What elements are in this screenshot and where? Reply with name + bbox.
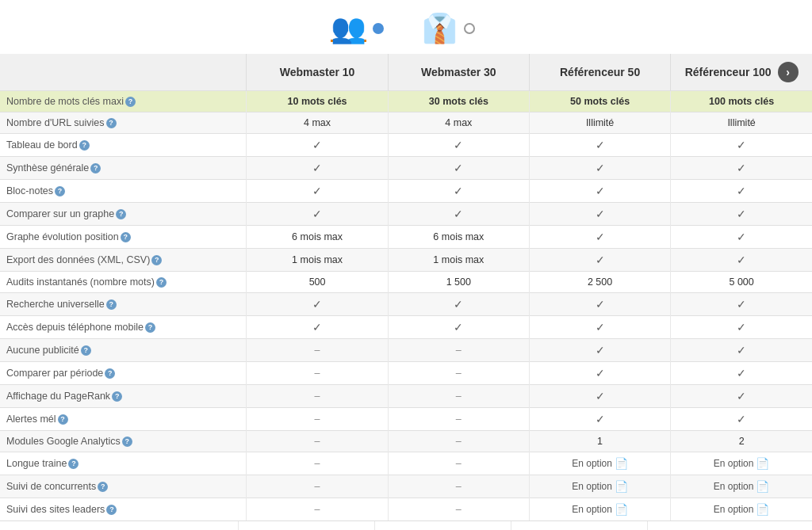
info-icon-0[interactable]: ? [125, 97, 136, 107]
particulier-option[interactable]: 👥 [331, 14, 390, 43]
check-icon: ✓ [312, 208, 322, 220]
row-label-2: Tableau de bord? [0, 134, 247, 157]
row-label-5: Comparer sur un graphe? [0, 203, 247, 226]
check-icon: ✓ [596, 413, 605, 425]
check-icon: ✓ [596, 139, 605, 151]
info-icon-12[interactable]: ? [105, 368, 115, 379]
cell-13-0: – [247, 385, 388, 408]
check-icon: ✓ [737, 298, 746, 311]
cell-1-0: 4 max [247, 112, 388, 134]
cell-18-0: – [247, 498, 388, 521]
info-icon-7[interactable]: ? [151, 255, 162, 265]
dash-icon: – [456, 458, 462, 469]
cell-6-1: 6 mois max [388, 226, 529, 249]
next-button[interactable]: › [778, 62, 799, 82]
check-icon: ✓ [596, 185, 605, 197]
info-icon-16[interactable]: ? [68, 459, 79, 469]
cell-10-1: ✓ [388, 316, 529, 339]
check-icon: ✓ [454, 139, 463, 151]
check-icon: ✓ [737, 321, 746, 334]
cell-4-3: ✓ [671, 180, 812, 203]
cell-11-2: ✓ [529, 339, 670, 362]
cell-5-2: ✓ [529, 203, 670, 226]
info-icon-14[interactable]: ? [58, 414, 68, 425]
col-header-plan-3: Référenceur 50 [529, 54, 670, 91]
row-label-12: Comparer par période? [0, 362, 247, 385]
cell-11-0: – [247, 339, 388, 362]
footer-label: Choisissez la durée de votre souscriptio… [0, 521, 238, 530]
dash-icon: – [315, 414, 320, 425]
dash-icon: – [456, 345, 462, 356]
check-icon: ✓ [737, 139, 746, 151]
col-header-plan-4: Référenceur 100 › [671, 54, 812, 91]
cell-9-0: ✓ [247, 293, 388, 316]
footer-plan-1: 39,99€ht soit 3,3€/mois soit 47,99 € TTC… [374, 521, 511, 530]
col-header-plan-2: Webmaster 30 [388, 54, 529, 91]
check-icon: ✓ [737, 208, 746, 220]
document-icon: 📄 [756, 457, 769, 470]
cell-4-0: ✓ [247, 180, 388, 203]
dash-icon: – [315, 368, 320, 379]
comparison-table: Webmaster 10 Webmaster 30 Référenceur 50… [0, 54, 812, 520]
info-icon-4[interactable]: ? [55, 186, 65, 196]
check-icon: ✓ [454, 208, 463, 220]
check-icon: ✓ [596, 298, 605, 311]
info-icon-13[interactable]: ? [112, 391, 122, 402]
check-icon: ✓ [737, 185, 746, 197]
info-icon-15[interactable]: ? [122, 437, 132, 447]
cell-7-2: ✓ [529, 249, 670, 272]
dash-icon: – [315, 391, 320, 402]
cell-16-0: – [247, 452, 388, 475]
document-icon: 📄 [756, 503, 769, 516]
professionnel-option[interactable]: 👔 [422, 14, 481, 43]
info-icon-5[interactable]: ? [116, 209, 126, 219]
cell-0-3: 100 mots clés [671, 91, 812, 112]
check-icon: ✓ [737, 231, 746, 243]
info-icon-17[interactable]: ? [98, 482, 108, 492]
cell-12-2: ✓ [529, 362, 670, 385]
document-icon: 📄 [615, 457, 628, 470]
cell-3-2: ✓ [529, 157, 670, 180]
info-icon-1[interactable]: ? [106, 118, 117, 128]
check-icon: ✓ [312, 321, 322, 334]
cell-17-3: En option 📄 [671, 475, 812, 498]
cell-12-1: – [388, 362, 529, 385]
info-icon-2[interactable]: ? [79, 140, 90, 151]
cell-16-3: En option 📄 [671, 452, 812, 475]
check-icon: ✓ [312, 139, 322, 151]
cell-2-1: ✓ [388, 134, 529, 157]
particulier-avatar: 👥 [331, 14, 366, 43]
row-label-1: Nombre d'URL suivies? [0, 112, 247, 134]
info-icon-18[interactable]: ? [106, 505, 117, 515]
dash-icon: – [456, 504, 462, 515]
dash-icon: – [456, 391, 462, 402]
check-icon: ✓ [737, 344, 746, 357]
footer-section: Choisissez la durée de votre souscriptio… [0, 520, 812, 530]
cell-15-2: 1 [529, 431, 670, 452]
check-icon: ✓ [596, 390, 605, 402]
en-option-badge: En option 📄 [714, 503, 770, 516]
info-icon-9[interactable]: ? [106, 299, 117, 310]
info-icon-3[interactable]: ? [90, 163, 101, 173]
dash-icon: – [456, 368, 462, 379]
particulier-radio[interactable] [373, 23, 384, 34]
row-label-11: Aucune publicité? [0, 339, 247, 362]
cell-17-0: – [247, 475, 388, 498]
info-icon-6[interactable]: ? [121, 232, 131, 242]
cell-1-1: 4 max [388, 112, 529, 134]
dash-icon: – [315, 481, 320, 492]
document-icon: 📄 [615, 503, 628, 516]
professionnel-radio[interactable] [464, 23, 475, 34]
info-icon-11[interactable]: ? [81, 345, 91, 356]
check-icon: ✓ [454, 321, 463, 334]
info-icon-8[interactable]: ? [156, 277, 167, 288]
row-label-10: Accès depuis téléphone mobile? [0, 316, 247, 339]
cell-18-1: – [388, 498, 529, 521]
cell-7-1: 1 mois max [388, 249, 529, 272]
info-icon-10[interactable]: ? [145, 322, 155, 333]
cell-4-1: ✓ [388, 180, 529, 203]
col-header-plan-1: Webmaster 10 [247, 54, 388, 91]
cell-12-3: ✓ [671, 362, 812, 385]
row-label-4: Bloc-notes? [0, 180, 247, 203]
cell-18-3: En option 📄 [671, 498, 812, 521]
